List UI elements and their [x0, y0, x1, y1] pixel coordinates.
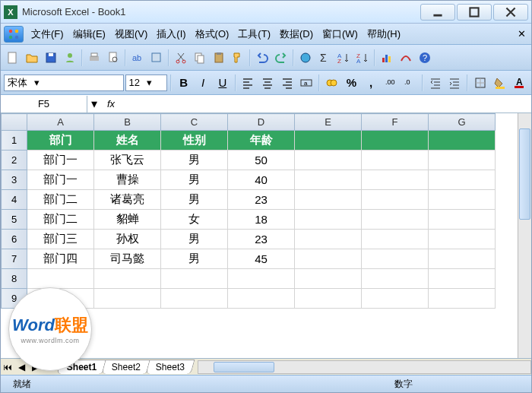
- cell[interactable]: 貂蝉: [94, 210, 161, 230]
- cell[interactable]: [362, 210, 429, 230]
- cell[interactable]: [295, 269, 362, 289]
- cell[interactable]: 年龄: [228, 131, 295, 151]
- cell[interactable]: [94, 269, 161, 289]
- col-header[interactable]: D: [228, 114, 295, 131]
- format-painter-icon[interactable]: [229, 49, 247, 67]
- row-header[interactable]: 5: [2, 210, 27, 230]
- cell[interactable]: [362, 249, 429, 269]
- cell[interactable]: 部门四: [27, 249, 94, 269]
- cell[interactable]: 部门一: [27, 170, 94, 190]
- cell[interactable]: [362, 190, 429, 210]
- font-name-combo[interactable]: 宋体▾: [4, 74, 124, 91]
- cell[interactable]: 男: [161, 249, 228, 269]
- cell[interactable]: 司马懿: [94, 249, 161, 269]
- cell[interactable]: 18: [228, 210, 295, 230]
- horizontal-scrollbar[interactable]: [198, 360, 531, 374]
- cell[interactable]: [429, 289, 496, 309]
- cell[interactable]: 45: [228, 249, 295, 269]
- cell[interactable]: 性别: [161, 131, 228, 151]
- font-size-combo[interactable]: 12▾: [125, 74, 167, 91]
- cell[interactable]: [295, 151, 362, 170]
- cell[interactable]: 部门二: [27, 190, 94, 210]
- print-icon[interactable]: [85, 49, 103, 67]
- sheet-tab[interactable]: Sheet3: [146, 360, 195, 374]
- comma-icon[interactable]: ,: [362, 74, 380, 92]
- col-header[interactable]: A: [27, 114, 94, 131]
- menu-item[interactable]: 编辑(E): [68, 26, 110, 43]
- row-header[interactable]: 7: [2, 249, 27, 269]
- cell[interactable]: 部门一: [27, 151, 94, 170]
- cell[interactable]: [27, 269, 94, 289]
- close-button[interactable]: [493, 4, 528, 21]
- cell[interactable]: [429, 151, 496, 170]
- permission-icon[interactable]: [61, 49, 79, 67]
- cell[interactable]: [362, 151, 429, 170]
- help-icon[interactable]: ?: [416, 49, 434, 67]
- cell[interactable]: 孙权: [94, 230, 161, 249]
- cell[interactable]: 诸葛亮: [94, 190, 161, 210]
- name-box[interactable]: F5: [1, 96, 87, 113]
- fx-icon[interactable]: fx: [101, 98, 121, 109]
- copy-icon[interactable]: [191, 49, 209, 67]
- menu-item[interactable]: 插入(I): [152, 26, 190, 43]
- cell[interactable]: 40: [228, 170, 295, 190]
- menu-item[interactable]: 文件(F): [27, 26, 68, 43]
- cell[interactable]: [429, 230, 496, 249]
- maximize-button[interactable]: [457, 4, 492, 21]
- cell[interactable]: [295, 210, 362, 230]
- menu-item[interactable]: 帮助(H): [363, 26, 405, 43]
- cell[interactable]: [362, 230, 429, 249]
- cell[interactable]: [429, 131, 496, 151]
- cell[interactable]: [429, 210, 496, 230]
- spell-icon[interactable]: ab: [128, 49, 147, 67]
- cell[interactable]: 姓名: [94, 131, 161, 151]
- sort-desc-icon[interactable]: ZA: [353, 49, 372, 67]
- cell[interactable]: 23: [228, 190, 295, 210]
- sort-asc-icon[interactable]: AZ: [334, 49, 353, 67]
- tab-first-icon[interactable]: ⏮: [1, 360, 14, 374]
- cell[interactable]: [362, 131, 429, 151]
- cell[interactable]: [429, 190, 496, 210]
- cell[interactable]: [295, 170, 362, 190]
- underline-button[interactable]: U: [214, 74, 232, 92]
- decrease-decimal-icon[interactable]: .0: [401, 74, 419, 92]
- drawing-icon[interactable]: [397, 49, 415, 67]
- cell[interactable]: [295, 190, 362, 210]
- name-box-dropdown[interactable]: ▾: [87, 97, 101, 111]
- cell[interactable]: [295, 289, 362, 309]
- paste-icon[interactable]: [210, 49, 228, 67]
- cut-icon[interactable]: [172, 49, 190, 67]
- undo-icon[interactable]: [253, 49, 271, 67]
- menu-item[interactable]: 工具(T): [233, 26, 275, 43]
- cell[interactable]: 部门三: [27, 230, 94, 249]
- cell[interactable]: [429, 249, 496, 269]
- cell[interactable]: [161, 289, 228, 309]
- cell[interactable]: 男: [161, 230, 228, 249]
- cell[interactable]: [228, 269, 295, 289]
- cell[interactable]: 男: [161, 151, 228, 170]
- cell[interactable]: 男: [161, 190, 228, 210]
- research-icon[interactable]: [147, 49, 166, 67]
- vertical-scrollbar[interactable]: [518, 113, 531, 358]
- cell[interactable]: 男: [161, 170, 228, 190]
- col-header[interactable]: G: [429, 114, 496, 131]
- cell[interactable]: 50: [228, 151, 295, 170]
- formula-input[interactable]: [121, 96, 531, 113]
- office-logo-icon[interactable]: [4, 26, 24, 43]
- sheet-tab[interactable]: Sheet2: [102, 360, 151, 374]
- cell[interactable]: 女: [161, 210, 228, 230]
- bold-button[interactable]: B: [175, 74, 193, 92]
- increase-indent-icon[interactable]: [446, 74, 464, 92]
- menu-item[interactable]: 格式(O): [191, 26, 234, 43]
- menu-item[interactable]: 窗口(W): [318, 26, 363, 43]
- row-header[interactable]: 3: [2, 170, 27, 190]
- cell[interactable]: [94, 289, 161, 309]
- merge-center-icon[interactable]: a: [297, 74, 315, 92]
- font-color-icon[interactable]: A: [510, 74, 528, 92]
- cell[interactable]: [161, 269, 228, 289]
- col-header[interactable]: F: [362, 114, 429, 131]
- cell[interactable]: [429, 269, 496, 289]
- cell[interactable]: [362, 170, 429, 190]
- cell[interactable]: [295, 249, 362, 269]
- hyperlink-icon[interactable]: [296, 49, 315, 67]
